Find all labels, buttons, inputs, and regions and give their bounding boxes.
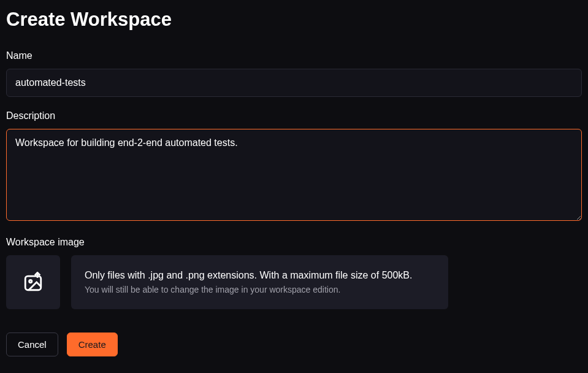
upload-info-title: Only files with .jpg and .png extensions… <box>85 270 435 281</box>
page-title: Create Workspace <box>6 9 582 31</box>
upload-image-button[interactable] <box>6 255 60 309</box>
cancel-button[interactable]: Cancel <box>6 333 58 356</box>
description-label: Description <box>6 110 582 121</box>
description-field-group: Description Workspace for building end-2… <box>6 110 582 223</box>
create-button[interactable]: Create <box>67 333 118 356</box>
name-label: Name <box>6 50 582 61</box>
upload-info-subtitle: You will still be able to change the ima… <box>85 285 435 294</box>
name-field-group: Name <box>6 50 582 97</box>
button-row: Cancel Create <box>6 333 582 356</box>
name-input[interactable] <box>6 69 582 97</box>
image-upload-icon <box>23 272 44 293</box>
upload-info-panel: Only files with .jpg and .png extensions… <box>71 255 448 309</box>
workspace-image-group: Workspace image Only files with .jpg and… <box>6 237 582 309</box>
upload-row: Only files with .jpg and .png extensions… <box>6 255 582 309</box>
workspace-image-label: Workspace image <box>6 237 582 248</box>
description-textarea[interactable]: Workspace for building end-2-end automat… <box>6 129 582 221</box>
svg-point-1 <box>29 280 32 282</box>
